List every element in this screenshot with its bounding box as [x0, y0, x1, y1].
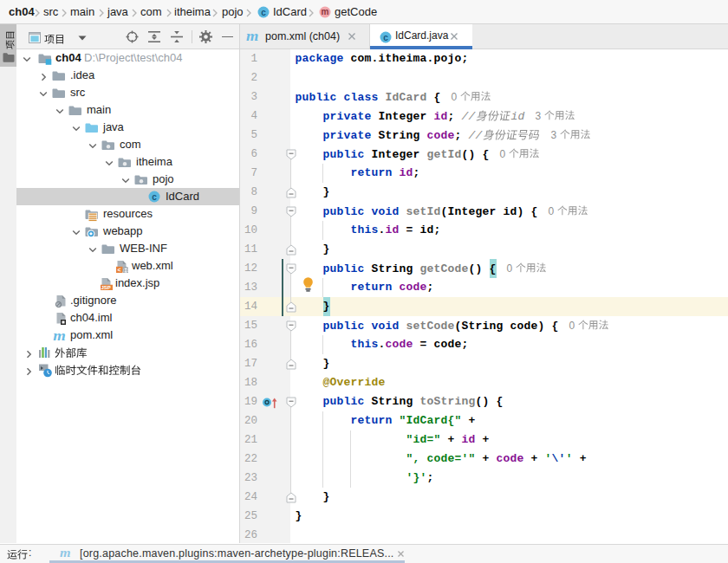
svg-text:c: c	[383, 33, 388, 42]
svg-text:c: c	[152, 192, 157, 202]
svg-text:c: c	[261, 8, 266, 17]
svg-text:JSP: JSP	[101, 285, 111, 290]
svg-text:m: m	[322, 7, 329, 16]
svg-text:<: <	[117, 266, 120, 272]
